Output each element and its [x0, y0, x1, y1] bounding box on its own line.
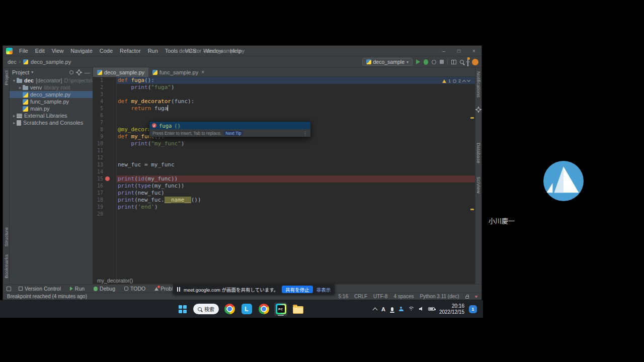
- file-encoding[interactable]: UTF-8: [373, 294, 387, 299]
- stripe-gear-icon[interactable]: [476, 108, 480, 112]
- locate-icon[interactable]: [69, 70, 73, 74]
- indent-style[interactable]: 4 spaces: [393, 294, 414, 299]
- hide-panel-icon[interactable]: —: [85, 69, 90, 75]
- layout-icon[interactable]: [451, 60, 456, 64]
- microphone-icon[interactable]: [391, 307, 393, 311]
- tree-row[interactable]: main.py: [10, 105, 93, 112]
- debug-button[interactable]: [424, 59, 428, 65]
- tree-arrow-icon[interactable]: ▸: [18, 85, 23, 90]
- code-line-16[interactable]: 16print(type(my_func)): [93, 183, 475, 190]
- run-configuration-select[interactable]: deco_sample ▾: [362, 58, 413, 66]
- code-line-1[interactable]: 1def fuga():: [93, 77, 475, 84]
- project-panel-title[interactable]: Project: [12, 69, 29, 75]
- volume-icon[interactable]: [419, 307, 424, 311]
- taskbar-app-explorer[interactable]: [291, 303, 304, 316]
- tree-row[interactable]: ▾ dec [decorator] D:\projects\dec: [10, 77, 93, 84]
- code-line-12[interactable]: 12: [93, 154, 475, 161]
- code-line-13[interactable]: 13new_fuc = my_func: [93, 161, 475, 168]
- code-line-6[interactable]: 6: [93, 112, 475, 119]
- pause-share-icon[interactable]: [177, 287, 180, 292]
- menu-item[interactable]: View: [48, 48, 67, 54]
- ime-indicator[interactable]: A: [381, 306, 385, 312]
- code-line-10[interactable]: 10 print("my_func"): [93, 140, 475, 147]
- tool-stripe-bookmarks[interactable]: Bookmarks: [4, 254, 9, 279]
- code-line-2[interactable]: 2 print("fuga"): [93, 84, 475, 91]
- code-line-5[interactable]: 5 return fuga: [93, 105, 475, 112]
- tree-arrow-icon[interactable]: ▾: [12, 78, 17, 83]
- stop-button[interactable]: [440, 60, 444, 64]
- editor-tab[interactable]: func_sample.py ×: [148, 67, 208, 77]
- tool-stripe-project[interactable]: Project: [4, 70, 9, 85]
- code-line-11[interactable]: 11: [93, 147, 475, 154]
- search-everywhere-icon[interactable]: [460, 60, 464, 64]
- tool-stripe-notifications[interactable]: Notifications: [476, 71, 481, 98]
- close-button[interactable]: ×: [466, 46, 481, 56]
- taskbar-search[interactable]: 検索: [193, 304, 219, 314]
- chevron-down-icon[interactable]: ▾: [31, 70, 33, 74]
- code-line-3[interactable]: 3: [93, 91, 475, 98]
- line-ending[interactable]: CRLF: [354, 294, 367, 299]
- code-line-18[interactable]: 18print(new_fuc.__name__()): [93, 197, 475, 204]
- tree-row[interactable]: ▸ External Libraries: [10, 112, 93, 119]
- taskbar-app-line[interactable]: L: [240, 303, 253, 316]
- notification-count-badge[interactable]: 1: [469, 305, 477, 313]
- taskbar-app-chrome-2[interactable]: [257, 303, 270, 316]
- tree-row[interactable]: ▸ Scratches and Consoles: [10, 119, 93, 126]
- maximize-button[interactable]: □: [451, 46, 466, 56]
- breadcrumb-file[interactable]: deco_sample.py: [31, 59, 71, 65]
- tree-row[interactable]: func_sample.py: [10, 98, 93, 105]
- code-line-19[interactable]: 19print('end'): [93, 204, 475, 211]
- tool-window-button[interactable]: Run: [65, 285, 89, 293]
- start-button[interactable]: [176, 303, 189, 316]
- tree-row[interactable]: ▸ venv library root: [10, 84, 93, 91]
- menu-item[interactable]: File: [16, 48, 32, 54]
- breadcrumb-root[interactable]: dec: [8, 59, 17, 65]
- tool-stripe-database[interactable]: Database: [476, 143, 481, 163]
- menu-item[interactable]: Refactor: [116, 48, 144, 54]
- menu-item[interactable]: Edit: [32, 48, 48, 54]
- code-editor[interactable]: 1def fuga():2 print("fuga")34def my_deco…: [93, 77, 475, 284]
- tree-row[interactable]: deco_sample.py: [10, 91, 93, 98]
- editor-tab[interactable]: deco_sample.py: [93, 67, 148, 77]
- tool-window-switcher-icon[interactable]: [7, 287, 11, 291]
- taskbar-app-chrome[interactable]: [223, 303, 236, 316]
- menu-item[interactable]: Navigate: [67, 48, 96, 54]
- tool-window-button[interactable]: TODO: [120, 285, 150, 293]
- wifi-icon[interactable]: [408, 307, 415, 312]
- code-line-14[interactable]: 14: [93, 168, 475, 175]
- tray-overflow-icon[interactable]: [373, 307, 378, 312]
- more-icon[interactable]: ⋮: [303, 131, 307, 136]
- completion-item[interactable]: f fuga (): [149, 122, 310, 129]
- cursor-position[interactable]: 5:16: [338, 294, 348, 299]
- readonly-lock-icon[interactable]: [465, 296, 469, 299]
- run-coverage-button[interactable]: [432, 60, 436, 64]
- run-button[interactable]: [416, 59, 420, 64]
- code-line-15[interactable]: 15print(id(my_func)): [93, 175, 475, 183]
- minimize-button[interactable]: –: [436, 46, 451, 56]
- tool-stripe-sciview[interactable]: SciView: [476, 176, 481, 194]
- close-tab-icon[interactable]: ×: [201, 69, 204, 75]
- tree-arrow-icon[interactable]: ▸: [12, 121, 17, 125]
- stop-sharing-button[interactable]: 共有を停止: [282, 286, 313, 293]
- prev-issue-icon[interactable]: [462, 80, 466, 83]
- battery-icon[interactable]: [428, 307, 435, 311]
- settings-gear-icon[interactable]: [467, 59, 468, 65]
- tool-window-button[interactable]: Debug: [89, 285, 120, 293]
- menu-item[interactable]: Code: [96, 48, 116, 54]
- panel-settings-icon[interactable]: [77, 70, 81, 74]
- code-line-20[interactable]: 20: [93, 211, 475, 218]
- python-interpreter[interactable]: Python 3.11 (dec): [420, 294, 459, 299]
- hide-bar-button[interactable]: 非表示: [316, 286, 331, 293]
- code-line-17[interactable]: 17print(new_fuc): [93, 190, 475, 197]
- code-line-4[interactable]: 4def my_decorator(func):: [93, 98, 475, 105]
- tool-window-button[interactable]: Version Control: [14, 285, 65, 293]
- scope-breadcrumb[interactable]: my_decorator(): [97, 278, 133, 284]
- profile-avatar[interactable]: [472, 59, 478, 65]
- tool-stripe-structure[interactable]: Structure: [4, 227, 9, 247]
- taskbar-clock[interactable]: 20:16 2022/12/15: [439, 303, 464, 315]
- next-issue-icon[interactable]: [467, 78, 470, 82]
- next-tip-link[interactable]: Next Tip: [224, 131, 243, 136]
- breakpoint-icon[interactable]: [105, 176, 110, 181]
- presence-icon[interactable]: [399, 307, 404, 311]
- inspections-widget[interactable]: 1 2: [442, 78, 470, 83]
